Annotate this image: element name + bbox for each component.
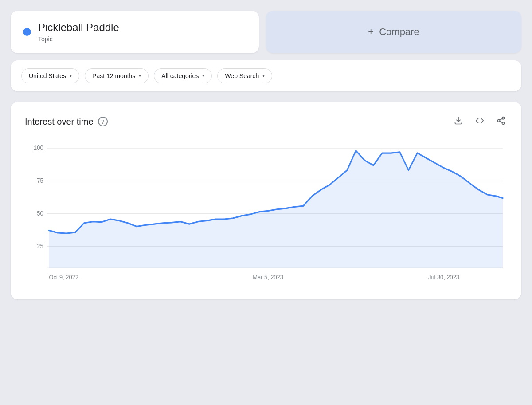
download-button[interactable]: [452, 114, 465, 129]
compare-plus-icon: +: [368, 26, 374, 38]
chart-card: Interest over time ?: [11, 102, 521, 299]
location-chevron-icon: ▾: [70, 73, 72, 78]
search-type-chevron-icon: ▾: [262, 73, 265, 78]
category-filter[interactable]: All categories ▾: [154, 68, 212, 83]
svg-line-5: [500, 118, 502, 120]
interest-chart: 100 75 50 25 Oct 9, 2022 Mar 5, 2023 Jul…: [25, 143, 507, 285]
svg-text:Mar 5, 2023: Mar 5, 2023: [253, 274, 283, 281]
svg-text:25: 25: [37, 243, 43, 250]
help-icon[interactable]: ?: [98, 117, 108, 126]
chart-actions: [452, 114, 507, 129]
search-type: Topic: [38, 35, 119, 43]
location-label: United States: [29, 72, 66, 79]
chart-container: 100 75 50 25 Oct 9, 2022 Mar 5, 2023 Jul…: [25, 143, 507, 285]
embed-button[interactable]: [473, 114, 486, 129]
topic-color-dot: [23, 28, 31, 36]
svg-text:Oct 9, 2022: Oct 9, 2022: [49, 274, 78, 281]
svg-text:50: 50: [37, 210, 43, 217]
location-filter[interactable]: United States ▾: [21, 68, 79, 83]
compare-card[interactable]: + Compare: [266, 11, 521, 53]
search-type-label: Web Search: [225, 72, 259, 79]
compare-label: Compare: [379, 26, 419, 38]
chart-header: Interest over time ?: [25, 114, 507, 129]
search-card: Pickleball Paddle Topic: [11, 11, 259, 53]
top-section: Pickleball Paddle Topic + Compare: [11, 11, 521, 53]
svg-text:Jul 30, 2023: Jul 30, 2023: [428, 274, 459, 281]
filter-bar: United States ▾ Past 12 months ▾ All cat…: [11, 60, 521, 91]
chart-title-group: Interest over time ?: [25, 117, 108, 127]
chart-title: Interest over time: [25, 117, 94, 127]
search-info: Pickleball Paddle Topic: [38, 21, 119, 43]
search-term: Pickleball Paddle: [38, 21, 119, 34]
svg-line-4: [500, 121, 502, 122]
svg-text:75: 75: [37, 177, 43, 185]
category-label: All categories: [161, 72, 199, 79]
svg-text:100: 100: [34, 145, 43, 152]
search-type-filter[interactable]: Web Search ▾: [217, 68, 272, 83]
share-button[interactable]: [495, 114, 507, 129]
time-filter[interactable]: Past 12 months ▾: [85, 68, 149, 83]
category-chevron-icon: ▾: [202, 73, 204, 78]
time-label: Past 12 months: [92, 72, 135, 79]
time-chevron-icon: ▾: [139, 73, 141, 78]
